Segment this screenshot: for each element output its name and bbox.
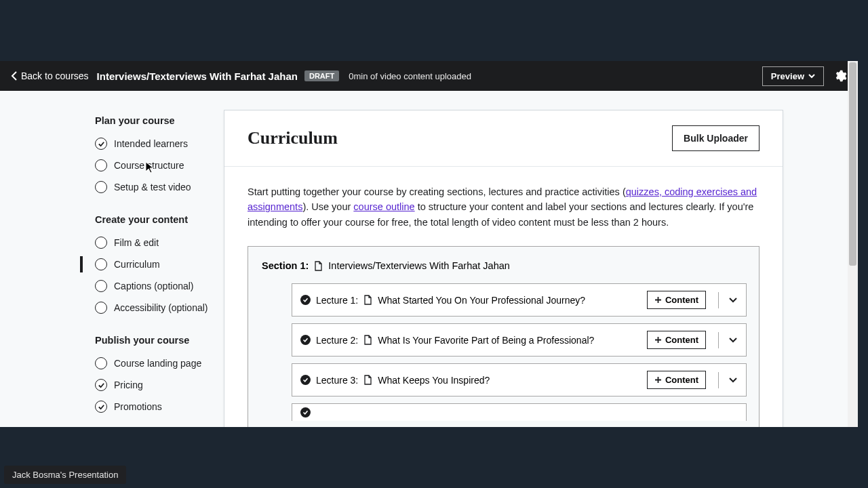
circle-icon — [95, 159, 107, 171]
expand-lecture[interactable] — [718, 332, 738, 348]
course-title: Interviews/Texterviews With Farhat Jahan — [97, 70, 298, 82]
draft-badge: DRAFT — [304, 70, 339, 81]
circle-icon — [95, 181, 107, 193]
sidebar-item-curriculum[interactable]: Curriculum — [0, 253, 224, 275]
section-label: Section 1: — [262, 260, 309, 271]
section-title: Interviews/Texterviews With Farhat Jahan — [328, 260, 510, 271]
sidebar-item-captions[interactable]: Captions (optional) — [0, 275, 224, 297]
upload-status: 0min of video content uploaded — [349, 71, 471, 81]
lecture-title: What Is Your Favorite Part of Being a Pr… — [378, 335, 594, 346]
sidebar-heading-create: Create your content — [0, 210, 224, 232]
chevron-down-icon — [728, 297, 738, 303]
sidebar-item-label: Curriculum — [114, 259, 160, 270]
sidebar-item-label: Accessibility (optional) — [114, 302, 208, 313]
content-label: Content — [665, 295, 698, 305]
sidebar-item-accessibility[interactable]: Accessibility (optional) — [0, 297, 224, 319]
expand-lecture[interactable] — [718, 372, 738, 388]
settings-button[interactable] — [833, 69, 847, 83]
sidebar-item-label: Course landing page — [114, 358, 201, 369]
circle-icon — [95, 357, 107, 369]
sidebar-item-label: Captions (optional) — [114, 281, 194, 291]
add-content-button[interactable]: Content — [647, 291, 706, 309]
content-label: Content — [665, 335, 698, 345]
check-icon — [95, 401, 107, 413]
lecture-label: Lecture 3: — [316, 375, 358, 386]
lecture-row[interactable]: Lecture 1: What Started You On Your Prof… — [292, 283, 747, 317]
check-icon — [300, 335, 311, 345]
gear-icon — [833, 69, 847, 83]
sidebar-item-promotions[interactable]: Promotions — [0, 396, 224, 418]
circle-icon — [95, 237, 107, 249]
plus-icon — [654, 336, 662, 344]
sidebar-item-course-structure[interactable]: Course structure — [0, 155, 224, 176]
sidebar-item-label: Setup & test video — [114, 182, 191, 192]
circle-icon — [95, 280, 107, 292]
plus-icon — [654, 296, 662, 304]
chevron-down-icon — [808, 74, 815, 79]
document-icon — [314, 261, 323, 271]
lecture-title: What Started You On Your Professional Jo… — [378, 295, 585, 306]
preview-label: Preview — [771, 71, 804, 81]
sidebar-heading-plan: Plan your course — [0, 111, 224, 133]
chevron-down-icon — [728, 377, 738, 383]
scrollbar-thumb[interactable] — [849, 62, 856, 266]
lecture-row[interactable]: Lecture 3: What Keeps You Inspired? Cont… — [292, 363, 747, 396]
sidebar-item-film-edit[interactable]: Film & edit — [0, 232, 224, 253]
intro-text: Start putting together your course by cr… — [248, 184, 760, 230]
section-header[interactable]: Section 1: Interviews/Texterviews With F… — [260, 256, 747, 283]
check-icon — [300, 407, 311, 418]
circle-icon — [95, 302, 107, 314]
sidebar-item-label: Pricing — [114, 380, 143, 390]
sidebar-item-label: Course structure — [114, 160, 184, 171]
add-content-button[interactable]: Content — [647, 371, 706, 389]
expand-lecture[interactable] — [718, 292, 738, 308]
course-sidebar: Plan your course Intended learners Cours… — [0, 91, 224, 427]
document-icon — [363, 295, 372, 305]
main-panel: Curriculum Bulk Uploader Start putting t… — [224, 91, 858, 427]
lecture-row[interactable] — [292, 403, 747, 421]
presentation-label: Jack Bosma's Presentation — [4, 466, 126, 484]
back-label: Back to courses — [21, 70, 89, 81]
sidebar-item-intended-learners[interactable]: Intended learners — [0, 133, 224, 155]
add-content-button[interactable]: Content — [647, 331, 706, 349]
check-icon — [300, 295, 311, 305]
sidebar-item-label: Promotions — [114, 401, 162, 412]
bulk-uploader-button[interactable]: Bulk Uploader — [672, 125, 760, 151]
check-icon — [95, 138, 107, 150]
section-container: Section 1: Interviews/Texterviews With F… — [248, 246, 760, 427]
lecture-label: Lecture 2: — [316, 335, 358, 346]
check-icon — [95, 379, 107, 391]
circle-icon — [95, 258, 107, 270]
back-to-courses[interactable]: Back to courses — [11, 70, 89, 81]
check-icon — [300, 375, 311, 385]
sidebar-item-label: Film & edit — [114, 237, 159, 248]
sidebar-item-label: Intended learners — [114, 138, 188, 149]
chevron-left-icon — [11, 71, 17, 81]
scrollbar-track[interactable] — [848, 61, 858, 427]
intro-text-part: ). Use your — [302, 201, 353, 212]
lecture-label: Lecture 1: — [316, 295, 358, 306]
sidebar-item-setup-video[interactable]: Setup & test video — [0, 176, 224, 198]
sidebar-item-pricing[interactable]: Pricing — [0, 374, 224, 396]
document-icon — [363, 375, 372, 385]
chevron-down-icon — [728, 337, 738, 343]
document-icon — [363, 335, 372, 345]
course-outline-link[interactable]: course outline — [353, 201, 414, 212]
preview-button[interactable]: Preview — [762, 66, 824, 86]
plus-icon — [654, 376, 662, 384]
content-label: Content — [665, 375, 698, 385]
course-topbar: Back to courses Interviews/Texterviews W… — [0, 61, 858, 91]
intro-text-part: Start putting together your course by cr… — [248, 186, 626, 197]
sidebar-heading-publish: Publish your course — [0, 331, 224, 352]
lecture-title: What Keeps You Inspired? — [378, 375, 490, 386]
lecture-row[interactable]: Lecture 2: What Is Your Favorite Part of… — [292, 323, 747, 357]
sidebar-item-landing-page[interactable]: Course landing page — [0, 352, 224, 374]
page-title: Curriculum — [248, 128, 338, 148]
